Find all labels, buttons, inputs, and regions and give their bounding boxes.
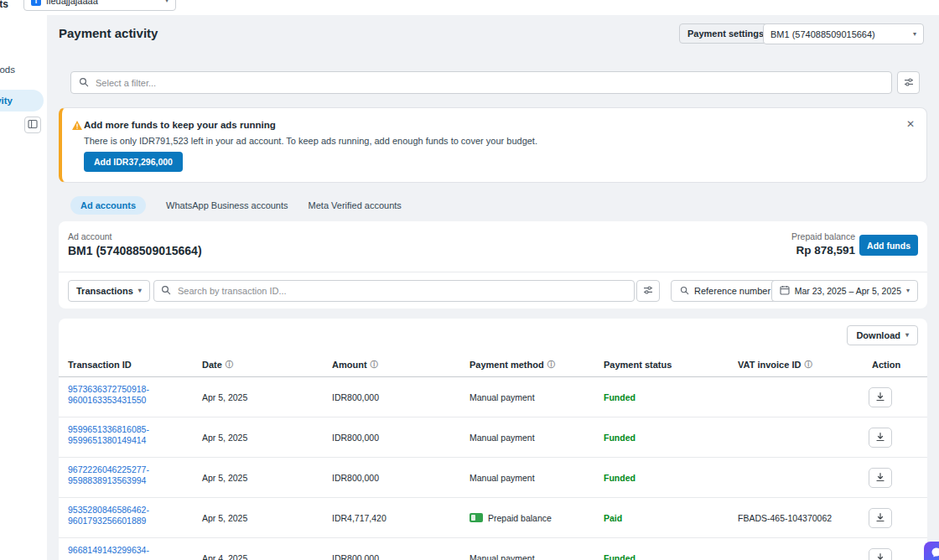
payment-activity-page: f fieuajjajaaaa ▾ Payments Payment metho…	[0, 0, 939, 560]
transaction-id-link[interactable]: 9573636372750918- 9600163353431550	[68, 384, 149, 406]
download-receipt-button[interactable]	[869, 387, 892, 407]
download-receipt-button[interactable]	[869, 468, 892, 488]
transaction-date: Apr 5, 2025	[202, 513, 247, 523]
support-chat-button[interactable]	[924, 542, 939, 560]
payment-method: Manual payment	[470, 433, 535, 443]
sidebar-item-payment-methods[interactable]: Payment methods	[0, 65, 15, 75]
prepaid-balance-label: Prepaid balance	[791, 231, 855, 241]
warning-icon	[71, 119, 83, 134]
sidebar-section-payments: Payments	[0, 0, 8, 10]
add-funds-amount-button[interactable]: Add IDR37,296,000	[84, 152, 183, 172]
alert-title: Add more funds to keep your ads running	[84, 120, 276, 130]
payment-status-badge: Funded	[604, 433, 636, 443]
transaction-id-link[interactable]: 9668149143299634-	[68, 545, 149, 556]
page-title: Payment activity	[59, 26, 158, 40]
business-selector[interactable]: f fieuajjajaaaa ▾	[23, 0, 176, 11]
alert-body: There is only IDR791,523 left in your ad…	[84, 136, 537, 146]
download-receipt-button[interactable]	[869, 548, 892, 560]
account-selector-dropdown[interactable]: BM1 (574088509015664) ▾	[763, 23, 924, 44]
transaction-id-line1[interactable]: 9535280846586462-	[68, 505, 149, 516]
search-icon	[161, 283, 171, 298]
transactions-table-card: Download ▾ Transaction ID Dateⓘ Amountⓘ …	[59, 319, 927, 560]
sidebar: Payments Payment methods Payment activit…	[0, 0, 47, 560]
sliders-icon	[643, 283, 653, 298]
transaction-id-line1[interactable]: 9573636372750918-	[68, 384, 149, 395]
date-range-picker[interactable]: Mar 23, 2025 – Apr 5, 2025 ▾	[771, 280, 918, 302]
table-row: 9668149143299634- Apr 4, 2025 IDR800,000…	[59, 538, 927, 560]
transaction-filter-adjust-button[interactable]	[636, 280, 660, 302]
table-body: 9573636372750918- 9600163353431550 Apr 5…	[59, 377, 927, 560]
payment-method: Manual payment	[470, 553, 535, 560]
column-date: Dateⓘ	[202, 360, 233, 370]
filter-search-input[interactable]	[94, 77, 884, 89]
tab-ad-accounts[interactable]: Ad accounts	[70, 196, 146, 215]
transaction-amount: IDR800,000	[332, 473, 379, 483]
transaction-date: Apr 4, 2025	[202, 553, 247, 560]
close-icon[interactable]: ✕	[906, 119, 915, 129]
column-transaction-id: Transaction ID	[68, 360, 132, 370]
low-funds-alert: Add more funds to keep your ads running …	[59, 107, 927, 183]
transaction-id-line2[interactable]: 9600163353431550	[68, 395, 149, 406]
table-header-row: Transaction ID Dateⓘ Amountⓘ Payment met…	[59, 355, 927, 377]
table-row: 9535280846586462- 9601793256601889 Apr 5…	[59, 498, 927, 538]
payment-status-badge: Paid	[604, 513, 622, 523]
transaction-date: Apr 5, 2025	[202, 473, 247, 483]
filter-adjust-button[interactable]	[897, 71, 920, 94]
tab-meta-verified-accounts[interactable]: Meta Verified accounts	[309, 200, 402, 210]
sidebar-collapse-icon	[28, 117, 38, 132]
transaction-id-link[interactable]: 9599651336816085- 9599651380149414	[68, 424, 149, 446]
info-icon[interactable]: ⓘ	[226, 360, 234, 369]
search-icon	[79, 75, 89, 91]
column-action: Action	[872, 360, 900, 370]
info-icon[interactable]: ⓘ	[371, 360, 379, 369]
transaction-id-line1[interactable]: 9672226046225277-	[68, 464, 149, 475]
transaction-amount: IDR800,000	[332, 392, 379, 402]
collapse-sidebar-button[interactable]	[24, 117, 41, 133]
transaction-date: Apr 5, 2025	[202, 433, 247, 443]
info-icon[interactable]: ⓘ	[804, 360, 812, 369]
tab-whatsapp-business-accounts[interactable]: WhatsApp Business accounts	[166, 200, 288, 210]
balance-block: Prepaid balance Rp 878,591	[791, 231, 855, 257]
payment-method: Prepaid balance	[470, 513, 552, 523]
transaction-id-line1[interactable]: 9599651336816085-	[68, 424, 149, 435]
prepaid-balance-value: Rp 878,591	[791, 244, 855, 257]
transactions-dropdown[interactable]: Transactions ▾	[68, 280, 150, 302]
prepaid-balance-icon	[470, 513, 483, 522]
transaction-search-bar	[153, 280, 635, 302]
transaction-id-link[interactable]: 9535280846586462- 9601793256601889	[68, 505, 149, 526]
transaction-id-line2[interactable]: 9598838913563994	[68, 475, 149, 486]
transaction-id-line2[interactable]: 9601793256601889	[68, 516, 149, 526]
download-label: Download	[856, 330, 900, 340]
download-button[interactable]: Download ▾	[847, 325, 918, 345]
payment-status-badge: Funded	[604, 473, 636, 483]
download-receipt-button[interactable]	[869, 428, 892, 448]
table-row: 9672226046225277- 9598838913563994 Apr 5…	[59, 458, 927, 498]
info-icon[interactable]: ⓘ	[547, 360, 556, 369]
transactions-dropdown-label: Transactions	[76, 286, 133, 296]
column-payment-status: Payment status	[604, 360, 672, 370]
add-funds-button[interactable]: Add funds	[859, 235, 918, 256]
chevron-down-icon: ▾	[138, 288, 142, 294]
sidebar-item-payment-activity[interactable]: Payment activity	[0, 90, 44, 111]
transaction-amount: IDR4,717,420	[332, 513, 386, 523]
search-icon	[680, 286, 689, 297]
account-selector-label: BM1 (574088509015664)	[770, 29, 875, 39]
transaction-id-line1[interactable]: 9668149143299634-	[68, 545, 149, 556]
vat-invoice-id: FBADS-465-104370062	[738, 513, 832, 523]
transaction-id-line2[interactable]: 9599651380149414	[68, 435, 149, 446]
chevron-down-icon: ▾	[906, 288, 910, 294]
account-type-tabs: Ad accounts WhatsApp Business accounts M…	[70, 194, 402, 216]
payment-status-badge: Funded	[604, 392, 636, 402]
download-icon	[875, 390, 885, 405]
chevron-down-icon: ▾	[913, 31, 916, 38]
reference-number-button[interactable]: Reference number	[671, 280, 780, 302]
transaction-search-input[interactable]	[176, 285, 627, 297]
payment-method: Manual payment	[470, 473, 535, 483]
date-range-label: Mar 23, 2025 – Apr 5, 2025	[795, 286, 901, 296]
download-receipt-button[interactable]	[869, 508, 892, 528]
download-icon	[875, 511, 885, 526]
payment-method: Manual payment	[470, 392, 535, 402]
transaction-id-link[interactable]: 9672226046225277- 9598838913563994	[68, 464, 149, 486]
payment-settings-button[interactable]: Payment settings	[679, 23, 772, 44]
table-row: 9599651336816085- 9599651380149414 Apr 5…	[59, 417, 927, 458]
